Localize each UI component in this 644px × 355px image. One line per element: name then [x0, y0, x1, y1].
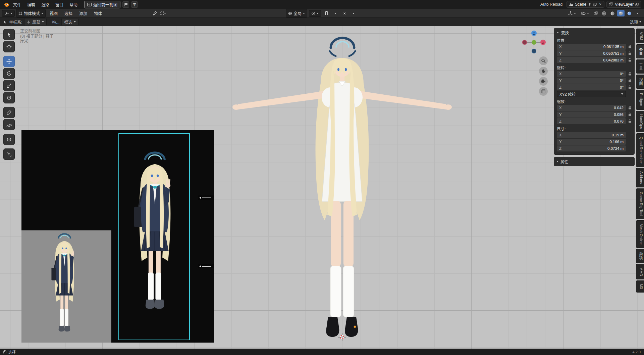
lock-rotation-z-icon[interactable] — [628, 85, 632, 89]
tab-m3[interactable]: M3 — [636, 280, 644, 292]
editor-type-button[interactable] — [2, 10, 15, 17]
chinese-translation-button[interactable]: 中 — [131, 1, 138, 8]
mode-dropdown[interactable]: 物体模式 — [16, 9, 46, 17]
transform-panel-header[interactable]: 变换 — [557, 29, 632, 36]
tab-poliigon[interactable]: Poliigon — [636, 90, 644, 109]
pan-button[interactable] — [539, 67, 548, 76]
menu-file[interactable]: 文件 — [10, 1, 24, 8]
new-scene-icon[interactable] — [593, 3, 597, 6]
viewport-3d[interactable]: 正交前视图 (8) 裙子部分 | 鞋子 厘米 — [0, 26, 644, 349]
navigation-gizmo[interactable]: Z X — [521, 29, 547, 56]
auto-reload-label[interactable]: Auto Reload — [540, 2, 562, 7]
show-gizmo-button[interactable] — [566, 10, 578, 16]
scale-y-field[interactable]: Y0.086 — [557, 112, 626, 118]
character-model[interactable] — [228, 33, 456, 340]
tab-misc[interactable]: 杂项 — [636, 249, 644, 263]
shading-wireframe-button[interactable] — [600, 10, 608, 16]
rotation-x-field[interactable]: X0° — [557, 71, 626, 77]
tool-measure[interactable] — [3, 119, 15, 130]
scale-z-field[interactable]: Z0.076 — [557, 118, 626, 124]
tab-vrm[interactable]: VRM — [636, 29, 644, 43]
dimensions-y-field[interactable]: Y0.166 m — [557, 139, 626, 145]
lock-scale-x-icon[interactable] — [628, 106, 632, 110]
tab-tool[interactable]: 工具 — [636, 59, 644, 74]
unlink-scene-icon[interactable]: × — [598, 2, 602, 7]
menu-view[interactable]: 视图 — [47, 9, 60, 17]
tab-mesh-online[interactable]: Mesh Online — [636, 220, 644, 248]
return-previous-view-button[interactable]: 返回前一视图 — [84, 1, 120, 8]
tool-transform[interactable] — [3, 92, 15, 103]
axis-neg-x-handle[interactable] — [523, 40, 527, 45]
viewlayer-name[interactable]: ViewLayer — [615, 2, 634, 7]
camera-view-button[interactable] — [539, 77, 548, 86]
axis-y-handle[interactable] — [532, 40, 536, 45]
snap-toggle-button[interactable] — [323, 10, 330, 16]
tool-extra[interactable] — [3, 148, 15, 160]
tab-hardops[interactable]: HardOps — [636, 111, 644, 132]
location-z-field[interactable]: Z0.042883 m — [557, 57, 626, 63]
tab-item[interactable]: 条目 — [636, 44, 644, 58]
pin-icon[interactable] — [588, 3, 591, 6]
shading-rendered-button[interactable] — [626, 10, 633, 16]
location-x-field[interactable]: X0.061135 m — [557, 44, 626, 50]
tab-game-rig-tool[interactable]: Game Rig Tool — [636, 188, 644, 220]
rotation-mode-dropdown[interactable]: XYZ 欧拉 — [557, 91, 626, 97]
menu-window[interactable]: 窗口 — [53, 1, 66, 8]
eyedropper-button[interactable] — [151, 10, 158, 16]
lock-scale-z-icon[interactable] — [628, 119, 632, 123]
coordinate-system-dropdown[interactable]: 局部 — [24, 18, 47, 26]
reference-art-selected[interactable] — [118, 133, 190, 340]
axis-neg-z-handle[interactable] — [532, 49, 536, 53]
tool-options-dropdown[interactable]: 选项 — [630, 19, 641, 25]
rotation-z-field[interactable]: Z0° — [557, 84, 626, 90]
tab-mmd[interactable]: MMD — [636, 264, 644, 279]
orientation-dropdown[interactable]: 全局 — [286, 9, 307, 17]
tool-add-cube[interactable] — [3, 134, 15, 145]
pivot-dropdown[interactable] — [309, 10, 321, 17]
menu-render[interactable]: 渲染 — [39, 1, 52, 8]
new-viewlayer-icon[interactable] — [635, 3, 639, 6]
show-overlays-button[interactable] — [579, 10, 591, 16]
zoom-button[interactable] — [539, 56, 548, 65]
tool-move[interactable] — [3, 56, 15, 67]
lock-rotation-y-icon[interactable] — [628, 79, 632, 83]
menu-add[interactable]: 添加 — [76, 9, 90, 17]
toggle-ortho-button[interactable] — [539, 87, 548, 96]
tab-addons[interactable]: Addons — [636, 168, 644, 187]
collapsed-region-tab-1[interactable] — [198, 195, 214, 200]
menu-edit[interactable]: 编辑 — [24, 1, 38, 8]
location-y-field[interactable]: Y-0.050751 m — [557, 50, 626, 56]
scale-x-field[interactable]: X0.042 — [557, 105, 626, 111]
lock-rotation-x-icon[interactable] — [628, 72, 632, 76]
lock-location-y-icon[interactable] — [628, 51, 632, 55]
shading-options-button[interactable] — [634, 10, 641, 16]
menu-select[interactable]: 选择 — [62, 9, 75, 17]
blender-logo-icon[interactable] — [3, 2, 9, 7]
picker-options-button[interactable] — [159, 10, 167, 16]
tool-cursor[interactable] — [3, 41, 15, 52]
tool-select-box[interactable] — [3, 29, 15, 40]
tab-quadremesher[interactable]: Quad Remesher — [636, 133, 644, 167]
menu-help[interactable]: 帮助 — [67, 1, 80, 8]
rotation-y-field[interactable]: Y0° — [557, 78, 626, 84]
xray-toggle-button[interactable] — [592, 10, 599, 16]
lock-scale-y-icon[interactable] — [628, 113, 632, 117]
tab-view[interactable]: 视图 — [636, 75, 644, 89]
tool-annotate[interactable] — [3, 107, 15, 118]
lock-location-z-icon[interactable] — [628, 58, 632, 62]
select-box-dropdown[interactable]: 框选 — [61, 18, 78, 26]
properties-panel[interactable]: 属性 — [554, 157, 635, 166]
scene-name[interactable]: Scene — [575, 2, 586, 7]
collapsed-region-tab-2[interactable] — [198, 264, 214, 268]
dimensions-x-field[interactable]: X0.19 m — [557, 132, 626, 138]
shading-solid-button[interactable] — [609, 10, 616, 16]
cursor-3d[interactable] — [338, 333, 346, 341]
menu-object[interactable]: 物体 — [91, 9, 105, 17]
lock-location-x-icon[interactable] — [628, 45, 632, 49]
dimensions-z-field[interactable]: Z0.0734 m — [557, 145, 626, 151]
tool-rotate[interactable] — [3, 68, 15, 79]
snap-options-button[interactable] — [332, 10, 339, 16]
shading-material-button[interactable] — [617, 10, 625, 16]
reference-image-gray[interactable] — [21, 230, 111, 343]
proportional-edit-button[interactable] — [341, 10, 348, 16]
